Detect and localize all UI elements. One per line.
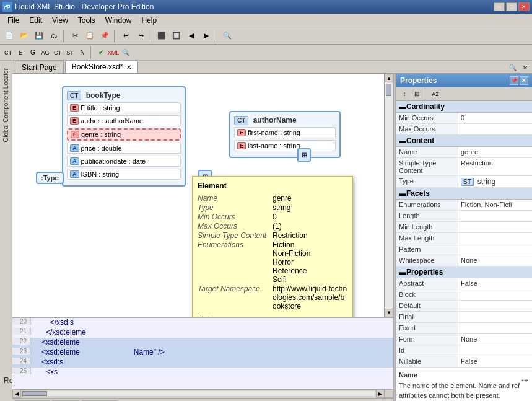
content-name-val[interactable]: genre [458,147,532,157]
id-val[interactable] [458,345,532,356]
sec-btn-1[interactable]: CT [2,47,14,58]
props-sort-btn[interactable]: ↕ [399,89,410,100]
props-filter-btn[interactable]: ⊞ [411,89,422,100]
properties-header: Properties 📌 ✕ [396,74,532,87]
menu-edit[interactable]: Edit [24,15,47,26]
booktype-ct-badge: CT [67,91,81,100]
scroll-left-btn[interactable]: ◀ [12,389,21,398]
pubdate-element-label: publicationdate : date [81,157,146,165]
restore-button[interactable]: □ [506,2,517,11]
abstract-val[interactable]: False [458,278,532,289]
length-val[interactable] [458,211,532,221]
code-content-22: <xsd:eleme [31,338,80,346]
menu-view[interactable]: View [47,15,73,26]
form-val[interactable]: None [458,334,532,345]
undo-button[interactable]: ↩ [119,29,133,43]
type-string-val: string [477,177,495,186]
props-close-btn[interactable]: ✕ [520,76,528,85]
sec-btn-3[interactable]: G [27,47,38,58]
scroll-down-btn[interactable]: ▼ [385,309,393,317]
nillable-val[interactable]: False [458,356,532,367]
sec-btn-5[interactable]: CT [52,47,63,58]
enumerations-val[interactable]: Fiction, Non-Ficti [458,200,532,210]
sec-btn-7[interactable]: N [77,47,88,58]
save-button[interactable]: 💾 [32,29,46,43]
final-val[interactable] [458,312,532,322]
minimize-button[interactable]: ─ [494,2,505,11]
redo-button[interactable]: ↪ [134,29,147,43]
cut-button[interactable]: ✂ [68,29,82,43]
close-tab-btn[interactable]: ✕ [520,62,531,73]
scroll-right-btn[interactable]: ▶ [376,389,385,398]
paste-button[interactable]: 📌 [98,29,111,43]
menu-file[interactable]: File [2,15,24,26]
code-line-22: 22 <xsd:eleme [12,338,393,348]
tooltip-name-label: Name [198,194,272,203]
diagram-canvas[interactable]: CT bookType E E title : string E author … [12,74,393,317]
pattern-val[interactable] [458,244,532,255]
code-line-23: 23 <xsd:eleme Name" /> [12,348,393,358]
xml-button[interactable]: XML [108,47,119,58]
min-length-key: Min Length [396,222,458,232]
tab-close-icon[interactable]: ✕ [126,64,131,71]
titlebar-title: Liquid XML Studio - Developer Pro Editio… [15,2,494,11]
tb-btn-4[interactable]: ▶ [199,29,213,43]
new-button[interactable]: 📄 [2,29,16,43]
menu-tools[interactable]: Tools [73,15,100,26]
validate-button[interactable]: ✔ [95,47,107,58]
genre-e-badge: E [71,131,79,138]
sec-btn-4[interactable]: AG [40,47,51,58]
props-row-minoccurs: Min Occurs 0 [396,113,532,124]
genre-element-row[interactable]: E genre : string [67,128,181,141]
tb-btn-5[interactable]: 🔍 [220,29,234,43]
code-content-25: <xs [31,368,58,376]
search-button[interactable]: 🔍 [120,47,131,58]
props-row-whitespace: Whitespace None [396,255,532,267]
search-tab-btn[interactable]: 🔍 [507,62,518,73]
props-section-facets[interactable]: ▬ Facets [396,188,532,200]
props-section-props[interactable]: ▬ Properties [396,267,532,278]
tab-start-page[interactable]: Start Page [15,61,64,73]
menu-help[interactable]: Help [137,15,162,26]
titlebar-buttons: ─ □ ✕ [494,2,530,11]
max-length-val[interactable] [458,233,532,244]
fixed-val[interactable] [458,323,532,333]
tooltip-targetns-label: Target Namespace [198,284,272,293]
tb-btn-3[interactable]: ◀ [185,29,198,43]
menu-window[interactable]: Window [100,15,137,26]
block-val[interactable] [458,289,532,300]
sec-btn-2[interactable]: E [15,47,26,58]
scrollbar-h[interactable]: ◀ ▶ [12,389,385,398]
props-section-cardinality[interactable]: ▬ Cardinality [396,101,532,113]
whitespace-val[interactable]: None [458,255,532,266]
max-occurs-val[interactable] [458,124,532,134]
tb-btn-1[interactable]: ⬛ [155,29,168,43]
props-pin-btn[interactable]: 📌 [510,76,518,85]
props-row-nillable: Nillable False [396,356,532,368]
close-button[interactable]: ✕ [518,2,530,11]
scrollbar-v[interactable]: ▲ ▼ [384,74,393,317]
tab-start-page-label: Start Page [22,63,57,72]
content-wrapper: Start Page BookStore.xsd* ✕ 🔍 ✕ [12,61,532,374]
save-all-button[interactable]: 🗂 [47,29,61,43]
form-key: Form [396,334,458,345]
scroll-up-btn[interactable]: ▲ [385,74,393,82]
booktype-label: bookType [86,91,121,100]
menubar: File Edit View Tools Window Help [0,14,532,27]
min-occurs-val[interactable]: 0 [458,113,532,123]
simpletype-val[interactable]: Restriction [458,158,532,175]
price-element-label: price : double [81,144,122,152]
props-row-final: Final [396,312,532,323]
tab-bookstore[interactable]: BookStore.xsd* ✕ [65,61,139,73]
sec-btn-6[interactable]: ST [64,47,76,58]
props-az-btn[interactable]: AZ [430,89,441,100]
type-val[interactable]: ST string [458,176,532,187]
facets-label: Facets [406,189,430,198]
default-val[interactable] [458,301,532,311]
props-section-content[interactable]: ▬ Content [396,135,532,147]
tooltip-minoccurs-label: Min Occurs [198,213,272,221]
copy-button[interactable]: 📋 [83,29,97,43]
open-button[interactable]: 📂 [17,29,31,43]
min-length-val[interactable] [458,222,532,232]
tb-btn-2[interactable]: 🔲 [170,29,183,43]
